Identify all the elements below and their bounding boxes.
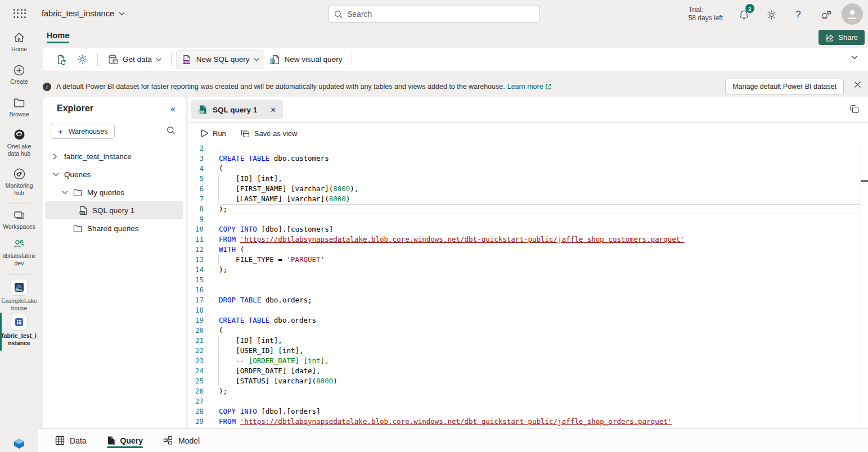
code-line[interactable]: 19CREATE TABLE dbo.orders bbox=[188, 315, 860, 326]
copy-icon[interactable] bbox=[849, 104, 860, 114]
view-tab-model[interactable]: Model bbox=[163, 429, 200, 452]
code-line[interactable]: 12WITH ( bbox=[188, 245, 860, 255]
code-line[interactable]: 7 [LAST_NAME] [varchar](8000) bbox=[188, 194, 860, 204]
code-line[interactable]: 17DROP TABLE dbo.orders; bbox=[188, 295, 860, 305]
nav-browse[interactable]: Browse bbox=[0, 97, 38, 118]
collapse-explorer-icon[interactable]: « bbox=[170, 104, 176, 114]
close-tab-icon[interactable]: ✕ bbox=[270, 106, 276, 114]
banner-close-icon[interactable] bbox=[854, 81, 861, 88]
search-input[interactable] bbox=[347, 10, 534, 19]
new-sql-query-button[interactable]: SQL New SQL query bbox=[176, 50, 264, 69]
feedback-button[interactable] bbox=[820, 8, 832, 21]
nav-workspace-dbtlabsfabricdev[interactable]: dbtlabsfabricdev bbox=[0, 238, 38, 267]
save-as-view-button[interactable]: Save as view bbox=[235, 126, 303, 141]
run-button[interactable]: Run bbox=[195, 126, 232, 141]
code-line[interactable]: 13 FILE_TYPE = 'PARQUET' bbox=[188, 255, 860, 265]
settings-button[interactable] bbox=[765, 8, 777, 21]
nav-home[interactable]: Home bbox=[0, 31, 38, 53]
lakehouse-icon bbox=[11, 279, 28, 296]
code-line[interactable]: 2 bbox=[188, 143, 860, 153]
nav-onelake-data-hub[interactable]: OneLake data hub bbox=[0, 128, 38, 157]
chevron-down-icon bbox=[156, 58, 161, 61]
code-line[interactable]: 25 [STATUS] [varchar](8000) bbox=[188, 376, 860, 386]
editor-scrollbar[interactable] bbox=[860, 143, 868, 428]
code-line[interactable]: 11FROM 'https://dbtlabsynapsedatalake.bl… bbox=[188, 234, 860, 245]
editor-tab-bar: SQL SQL query 1 ✕ bbox=[188, 97, 868, 123]
help-icon: ? bbox=[795, 9, 800, 20]
new-visual-query-button[interactable]: New visual query bbox=[264, 50, 348, 69]
query-tab-title: SQL query 1 bbox=[213, 106, 257, 114]
collapse-ribbon-button[interactable] bbox=[851, 55, 858, 60]
code-line[interactable]: 27 bbox=[188, 396, 860, 406]
code-lines[interactable]: 23CREATE TABLE dbo.customers4(5 [ID] [in… bbox=[188, 143, 860, 428]
line-content: [ORDER_DATE] [date], bbox=[219, 366, 860, 376]
code-line[interactable]: 6 [FIRST_NAME] [varchar](8000), bbox=[188, 184, 860, 194]
line-content: [ID] [int], bbox=[219, 174, 860, 184]
code-line[interactable]: 21 [ID] [int], bbox=[188, 336, 860, 346]
code-line[interactable]: 8); bbox=[188, 204, 860, 214]
notifications-button[interactable]: 2 bbox=[737, 8, 750, 21]
line-number: 8 bbox=[188, 204, 204, 214]
tree-item-queries[interactable]: Queries bbox=[43, 165, 186, 183]
tree-item-shared-queries[interactable]: Shared queries bbox=[43, 219, 186, 237]
code-line[interactable]: 29FROM 'https://dbtlabsynapsedatalake.bl… bbox=[188, 417, 860, 427]
line-number: 12 bbox=[188, 245, 204, 255]
new-warehouse-button[interactable]: + Warehouses bbox=[51, 124, 115, 139]
nav-workspaces[interactable]: Workspaces bbox=[0, 209, 38, 230]
account-avatar[interactable] bbox=[842, 3, 863, 25]
workspace-switcher[interactable]: fabric_test_instance bbox=[42, 9, 125, 18]
line-content: ); bbox=[219, 204, 860, 214]
tree-sql-query-label: SQL query 1 bbox=[92, 206, 134, 215]
ribbon-toolbar: Get data SQL New SQL query New visual qu… bbox=[43, 48, 868, 71]
tree-item-my-queries[interactable]: My queries bbox=[43, 183, 186, 201]
share-button[interactable]: Share bbox=[818, 30, 865, 45]
view-tab-data[interactable]: Data bbox=[55, 429, 87, 452]
run-label: Run bbox=[213, 129, 226, 138]
line-number: 2 bbox=[188, 143, 204, 153]
learn-more-link[interactable]: Learn more bbox=[507, 83, 552, 91]
code-line[interactable]: 15 bbox=[188, 275, 860, 285]
get-data-button[interactable]: Get data bbox=[102, 50, 167, 69]
code-line[interactable]: 3CREATE TABLE dbo.customers bbox=[188, 153, 860, 164]
folder-icon bbox=[73, 224, 83, 233]
view-tab-query[interactable]: Query bbox=[107, 429, 143, 452]
line-content: [FIRST_NAME] [varchar](8000), bbox=[219, 184, 860, 194]
settings-toolbar-button[interactable] bbox=[72, 50, 93, 69]
tree-item-warehouse[interactable]: fabric_test_instance bbox=[43, 147, 186, 165]
code-line[interactable]: 16 bbox=[188, 285, 860, 295]
code-line[interactable]: 20( bbox=[188, 326, 860, 336]
code-line[interactable]: 9 bbox=[188, 214, 860, 224]
nav-create[interactable]: Create bbox=[0, 64, 38, 85]
notification-count-badge: 2 bbox=[745, 4, 754, 13]
code-line[interactable]: 10COPY INTO [dbo].[customers] bbox=[188, 224, 860, 234]
manage-dataset-button[interactable]: Manage default Power BI dataset bbox=[725, 79, 844, 94]
line-content: ); bbox=[219, 265, 860, 275]
nav-example-lakehouse[interactable]: ExampleLakehouse bbox=[0, 279, 38, 312]
code-line[interactable]: 22 [USER_ID] [int], bbox=[188, 346, 860, 356]
refresh-source-button[interactable] bbox=[51, 50, 72, 69]
code-line[interactable]: 24 [ORDER_DATE] [date], bbox=[188, 366, 860, 376]
search-box[interactable] bbox=[328, 6, 540, 22]
tree-item-sql-query-1[interactable]: SQL SQL query 1 bbox=[45, 201, 183, 219]
share-icon bbox=[825, 33, 834, 42]
explorer-search-icon[interactable] bbox=[167, 126, 176, 135]
code-line[interactable]: 5 [ID] [int], bbox=[188, 174, 860, 184]
ribbon-tab-home[interactable]: Home bbox=[47, 31, 69, 43]
code-line[interactable]: 23 -- [ORDER_DATE] [int], bbox=[188, 356, 860, 366]
line-number: 28 bbox=[188, 406, 204, 417]
app-launcher-icon[interactable] bbox=[12, 8, 27, 19]
nav-data-warehouse[interactable]: Data Warehouse bbox=[0, 437, 38, 452]
code-line[interactable]: 14); bbox=[188, 265, 860, 275]
code-line[interactable]: 18 bbox=[188, 305, 860, 315]
code-line[interactable]: 4( bbox=[188, 164, 860, 174]
chevron-down-icon bbox=[254, 58, 259, 61]
code-line[interactable]: 26); bbox=[188, 386, 860, 396]
line-content: DROP TABLE dbo.orders; bbox=[219, 295, 860, 305]
nav-monitoring-hub[interactable]: Monitoring hub bbox=[0, 168, 38, 197]
rail-divider bbox=[7, 274, 31, 275]
nav-fabric-test-instance[interactable]: fabric_test_instance bbox=[0, 314, 38, 347]
code-line[interactable]: 28COPY INTO [dbo].[orders] bbox=[188, 406, 860, 417]
help-button[interactable]: ? bbox=[792, 8, 804, 21]
query-tab[interactable]: SQL SQL query 1 ✕ bbox=[191, 100, 283, 119]
folder-icon bbox=[13, 97, 25, 109]
